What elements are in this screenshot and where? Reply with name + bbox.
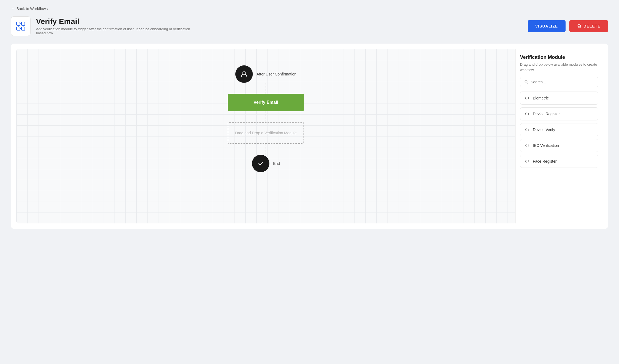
module-item-label: IEC Verification — [533, 143, 559, 148]
module-list: Biometric Device Register Device Verify — [520, 92, 598, 168]
canvas-area: After User Confirmation Verify Email Dra… — [16, 49, 515, 223]
search-input[interactable] — [531, 80, 594, 84]
connector-3 — [266, 144, 266, 155]
start-node-row: After User Confirmation — [235, 65, 296, 83]
end-node-label: End — [273, 161, 280, 166]
module-item[interactable]: IEC Verification — [520, 139, 598, 152]
back-arrow-icon: ← — [11, 7, 15, 11]
module-item-label: Biometric — [533, 96, 549, 100]
header-row: Verify Email Add verification module to … — [11, 16, 608, 36]
svg-rect-3 — [22, 27, 25, 30]
module-item[interactable]: Device Verify — [520, 123, 598, 136]
svg-rect-0 — [17, 22, 20, 25]
page-title: Verify Email — [36, 17, 200, 26]
back-link-label: Back to Workflows — [16, 7, 48, 11]
search-box — [520, 77, 598, 87]
code-icon — [525, 127, 530, 132]
end-node-row: End — [252, 155, 280, 172]
checkmark-icon — [257, 160, 264, 167]
svg-rect-2 — [17, 27, 20, 30]
module-item-label: Device Register — [533, 112, 560, 116]
flow-diagram: After User Confirmation Verify Email Dra… — [16, 49, 515, 223]
connector-1 — [266, 83, 266, 94]
workflow-icon — [16, 21, 26, 31]
drop-zone[interactable]: Drag and Drop a Verification Module — [228, 122, 304, 144]
sidebar-title: Verification Module — [520, 54, 598, 60]
module-item-label: Face Register — [533, 159, 557, 163]
svg-rect-1 — [22, 22, 25, 25]
header-buttons: VISUALIZE DELETE — [528, 20, 608, 32]
search-icon — [524, 80, 528, 84]
start-node-label: After User Confirmation — [257, 72, 296, 76]
module-item-label: Device Verify — [533, 128, 555, 132]
start-node — [235, 65, 253, 83]
delete-button[interactable]: DELETE — [569, 20, 608, 32]
header-left: Verify Email Add verification module to … — [11, 16, 200, 36]
module-item[interactable]: Device Register — [520, 107, 598, 120]
visualize-button[interactable]: VISUALIZE — [528, 20, 566, 32]
header-title-group: Verify Email Add verification module to … — [36, 17, 200, 35]
code-icon — [525, 96, 530, 101]
end-node — [252, 155, 269, 172]
workflow-icon-box — [11, 16, 31, 36]
trash-icon — [577, 24, 581, 28]
module-item[interactable]: Biometric — [520, 92, 598, 105]
sidebar: Verification Module Drag and drop below … — [515, 49, 603, 223]
delete-button-label: DELETE — [584, 24, 600, 28]
connector-2 — [266, 111, 266, 122]
code-icon — [525, 159, 530, 164]
verify-email-node: Verify Email — [228, 94, 304, 111]
user-icon — [240, 70, 248, 78]
main-card: After User Confirmation Verify Email Dra… — [11, 44, 608, 229]
page-description: Add verification module to trigger after… — [36, 27, 200, 35]
code-icon — [525, 111, 530, 116]
code-icon — [525, 143, 530, 148]
back-to-workflows-link[interactable]: ← Back to Workflows — [11, 7, 48, 11]
sidebar-description: Drag and drop below available modules to… — [520, 62, 598, 72]
module-item[interactable]: Face Register — [520, 155, 598, 168]
